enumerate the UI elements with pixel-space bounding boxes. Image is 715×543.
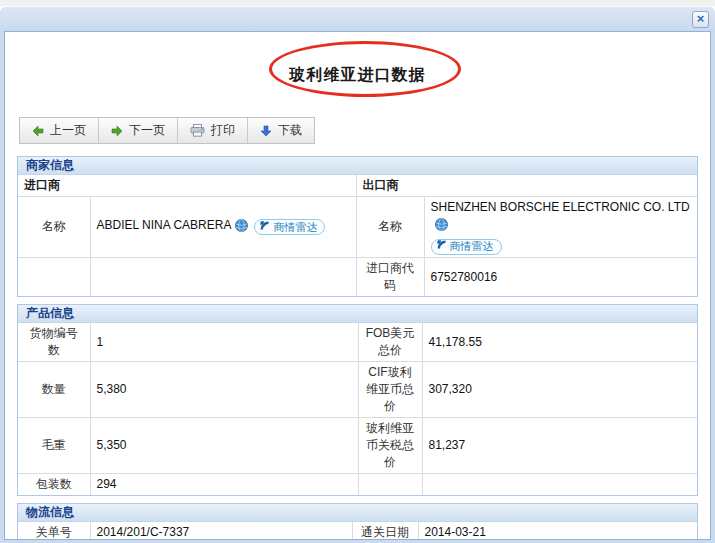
importer-name-cell: ABDIEL NINA CABRERA商情雷达 bbox=[90, 197, 356, 258]
field-value: 307,320 bbox=[422, 361, 697, 417]
exporter-name-label: 名称 bbox=[356, 197, 424, 258]
arrow-left-icon bbox=[32, 125, 44, 137]
table-row: 关单号 2014/201/C-7337 通关日期 2014-03-21 bbox=[18, 522, 697, 541]
field-value: 1 bbox=[90, 323, 358, 362]
radar-badge-label: 商情雷达 bbox=[450, 238, 494, 255]
field-label: 玻利维亚币关税总价 bbox=[358, 417, 422, 473]
prev-page-label: 上一页 bbox=[50, 122, 86, 139]
importer-code-value: 6752780016 bbox=[424, 257, 697, 296]
table-row: 进口商代码 6752780016 bbox=[18, 257, 697, 296]
field-value: 41,178.55 bbox=[422, 323, 697, 362]
table-row: 名称 ABDIEL NINA CABRERA商情雷达 名称 SHENZHEN B… bbox=[18, 197, 697, 258]
dialog-titlebar: × bbox=[0, 7, 715, 31]
logistics-section-header: 物流信息 bbox=[18, 504, 697, 522]
exporter-name-value: SHENZHEN BORSCHE ELECTRONIC CO. LTD bbox=[431, 200, 690, 214]
section-merchant-info: 商家信息 进口商 出口商 名称 ABDIEL NINA CABRERA商情雷达 … bbox=[17, 156, 698, 297]
globe-icon[interactable] bbox=[235, 219, 248, 237]
page-title: 玻利维亚进口数据 bbox=[290, 65, 426, 86]
radar-badge-label: 商情雷达 bbox=[273, 219, 317, 236]
logistics-table: 关单号 2014/201/C-7337 通关日期 2014-03-21 海关编码… bbox=[18, 522, 697, 541]
importer-name-value: ABDIEL NINA CABRERA bbox=[97, 218, 232, 232]
field-label: 通关日期 bbox=[352, 522, 418, 541]
field-value bbox=[422, 473, 697, 495]
download-button[interactable]: 下载 bbox=[248, 118, 314, 143]
table-row: 包装数 294 bbox=[18, 473, 697, 495]
exporter-group-header: 出口商 bbox=[356, 175, 697, 197]
close-icon[interactable]: × bbox=[692, 11, 709, 28]
pager-toolbar: 上一页 下一页 打印 下载 bbox=[19, 117, 315, 144]
printer-icon bbox=[190, 124, 205, 137]
field-value: 5,350 bbox=[90, 417, 358, 473]
radar-icon bbox=[259, 219, 270, 236]
field-label bbox=[358, 473, 422, 495]
arrow-right-icon bbox=[111, 125, 123, 137]
field-label: FOB美元总价 bbox=[358, 323, 422, 362]
globe-icon[interactable] bbox=[435, 218, 448, 236]
dialog-body: 玻利维亚进口数据 上一页 下一页 打印 下载 商家信 bbox=[4, 31, 711, 540]
importer-code-label: 进口商代码 bbox=[356, 257, 424, 296]
field-value: 2014-03-21 bbox=[418, 522, 697, 541]
empty-cell bbox=[90, 257, 356, 296]
field-label: 关单号 bbox=[18, 522, 90, 541]
page-background-strip bbox=[0, 0, 715, 7]
product-section-header: 产品信息 bbox=[18, 305, 697, 323]
field-label: 数量 bbox=[18, 361, 90, 417]
download-label: 下载 bbox=[278, 122, 302, 139]
field-value: 2014/201/C-7337 bbox=[90, 522, 352, 541]
empty-cell bbox=[18, 257, 90, 296]
arrow-down-icon bbox=[260, 125, 272, 137]
field-label: 包装数 bbox=[18, 473, 90, 495]
table-row: 进口商 出口商 bbox=[18, 175, 697, 197]
exporter-name-cell: SHENZHEN BORSCHE ELECTRONIC CO. LTD 商情雷达 bbox=[424, 197, 697, 258]
field-label: 货物编号数 bbox=[18, 323, 90, 362]
import-data-dialog: × 玻利维亚进口数据 上一页 下一页 打印 下载 bbox=[0, 7, 715, 543]
business-radar-badge[interactable]: 商情雷达 bbox=[431, 239, 502, 255]
merchant-section-header: 商家信息 bbox=[18, 157, 697, 175]
print-button[interactable]: 打印 bbox=[178, 118, 248, 143]
product-table: 货物编号数 1 FOB美元总价 41,178.55 数量 5,380 CIF玻利… bbox=[18, 323, 697, 495]
field-value: 5,380 bbox=[90, 361, 358, 417]
table-row: 货物编号数 1 FOB美元总价 41,178.55 bbox=[18, 323, 697, 362]
section-product-info: 产品信息 货物编号数 1 FOB美元总价 41,178.55 数量 5,380 … bbox=[17, 304, 698, 496]
business-radar-badge[interactable]: 商情雷达 bbox=[254, 219, 325, 235]
section-logistics-info: 物流信息 关单号 2014/201/C-7337 通关日期 2014-03-21… bbox=[17, 503, 698, 541]
importer-name-label: 名称 bbox=[18, 197, 90, 258]
next-page-button[interactable]: 下一页 bbox=[99, 118, 178, 143]
title-area: 玻利维亚进口数据 bbox=[5, 32, 710, 114]
field-value: 81,237 bbox=[422, 417, 697, 473]
field-value: 294 bbox=[90, 473, 358, 495]
next-page-label: 下一页 bbox=[129, 122, 165, 139]
field-label: 毛重 bbox=[18, 417, 90, 473]
radar-icon bbox=[436, 238, 447, 255]
importer-group-header: 进口商 bbox=[18, 175, 356, 197]
print-label: 打印 bbox=[211, 122, 235, 139]
field-label: CIF玻利维亚币总价 bbox=[358, 361, 422, 417]
prev-page-button[interactable]: 上一页 bbox=[20, 118, 99, 143]
merchant-table: 进口商 出口商 名称 ABDIEL NINA CABRERA商情雷达 名称 SH… bbox=[18, 175, 697, 296]
table-row: 数量 5,380 CIF玻利维亚币总价 307,320 bbox=[18, 361, 697, 417]
table-row: 毛重 5,350 玻利维亚币关税总价 81,237 bbox=[18, 417, 697, 473]
